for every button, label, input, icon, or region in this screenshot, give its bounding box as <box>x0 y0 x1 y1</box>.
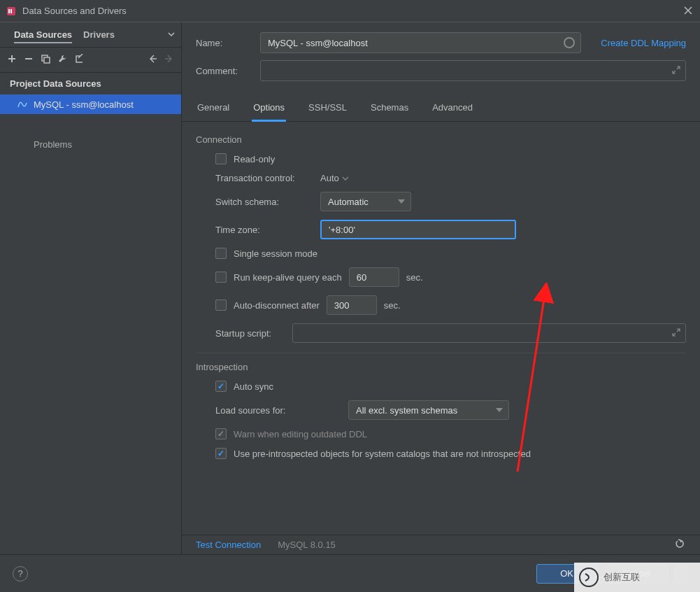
expand-icon[interactable] <box>671 327 681 340</box>
single-session-checkbox[interactable] <box>215 248 227 259</box>
warn-ddl-checkbox <box>215 428 227 439</box>
auto-sync-label: Auto sync <box>234 381 273 392</box>
tab-ssh-ssl[interactable]: SSH/SSL <box>307 98 348 121</box>
use-pre-checkbox[interactable] <box>215 448 227 459</box>
sidebar-item-label: MySQL - ssm@localhost <box>34 99 134 110</box>
main-panel: Name: MySQL - ssm@localhost Create DDL M… <box>182 22 700 554</box>
warn-ddl-label: Warn when editing outdated DDL <box>234 429 367 439</box>
transaction-control-dropdown[interactable]: Auto <box>320 173 349 183</box>
sec-label: sec. <box>406 272 423 283</box>
load-sources-dropdown[interactable]: All excl. system schemas <box>348 400 509 420</box>
time-zone-label: Time zone: <box>215 225 313 235</box>
section-connection: Connection <box>196 134 686 145</box>
test-connection-link[interactable]: Test Connection <box>196 540 261 550</box>
section-introspection: Introspection <box>196 362 686 372</box>
detail-tabs: General Options SSH/SSL Schemas Advanced <box>182 95 700 122</box>
svg-rect-1 <box>8 9 10 13</box>
tab-drivers[interactable]: Drivers <box>78 29 120 40</box>
section-project-sources: Project Data Sources <box>0 73 181 94</box>
sidebar: Data Sources Drivers Project Data Source… <box>0 22 182 554</box>
keep-alive-input[interactable]: 60 <box>349 267 399 287</box>
single-session-label: Single session mode <box>234 248 317 259</box>
mysql-icon <box>17 99 28 110</box>
create-ddl-link[interactable]: Create DDL Mapping <box>601 38 686 48</box>
back-icon[interactable] <box>148 54 157 66</box>
startup-script-input[interactable] <box>292 323 686 343</box>
app-icon <box>6 6 17 17</box>
chevron-down-icon <box>342 175 349 182</box>
tab-advanced[interactable]: Advanced <box>431 98 474 121</box>
keep-alive-checkbox[interactable] <box>215 272 227 283</box>
use-pre-label: Use pre-introspected objects for system … <box>234 449 531 459</box>
switch-schema-dropdown[interactable]: Automatic <box>320 192 411 211</box>
keep-alive-label: Run keep-alive query each <box>234 272 342 283</box>
export-icon[interactable] <box>74 54 84 66</box>
sidebar-item-problems[interactable]: Problems <box>0 114 181 154</box>
close-icon[interactable] <box>683 6 694 17</box>
name-label: Name: <box>196 38 252 48</box>
tab-schemas[interactable]: Schemas <box>369 98 410 121</box>
reset-icon[interactable] <box>675 538 686 552</box>
switch-schema-label: Switch schema: <box>215 197 313 207</box>
tab-data-sources[interactable]: Data Sources <box>8 29 78 40</box>
wrench-icon[interactable] <box>57 54 67 66</box>
read-only-label: Read-only <box>234 154 275 164</box>
auto-disconnect-checkbox[interactable] <box>215 299 227 311</box>
comment-label: Comment: <box>196 66 252 76</box>
sec-label: sec. <box>384 300 401 311</box>
transaction-control-label: Transaction control: <box>215 173 313 183</box>
svg-rect-2 <box>10 9 12 13</box>
read-only-checkbox[interactable] <box>215 153 227 164</box>
time-zone-input[interactable]: '+8:00' <box>320 220 516 239</box>
load-sources-label: Load sources for: <box>215 405 341 416</box>
svg-rect-9 <box>44 57 50 63</box>
add-icon[interactable] <box>7 54 17 66</box>
window-titlebar: Data Sources and Drivers <box>0 0 700 22</box>
chevron-down-icon[interactable] <box>167 29 176 41</box>
tab-options[interactable]: Options <box>252 98 286 122</box>
window-title: Data Sources and Drivers <box>22 6 683 16</box>
watermark-badge: 创新互联 <box>574 563 700 592</box>
auto-disconnect-input[interactable]: 300 <box>327 295 377 315</box>
name-input[interactable]: MySQL - ssm@localhost <box>260 32 581 53</box>
help-icon[interactable]: ? <box>13 566 28 582</box>
status-bar: Test Connection MySQL 8.0.15 <box>182 535 700 554</box>
sidebar-toolbar <box>0 48 181 73</box>
sidebar-tabs: Data Sources Drivers <box>0 22 181 48</box>
color-picker-icon[interactable] <box>564 37 575 48</box>
sidebar-item-mysql[interactable]: MySQL - ssm@localhost <box>0 94 181 114</box>
copy-icon[interactable] <box>41 54 50 66</box>
comment-input[interactable] <box>260 60 686 81</box>
tab-general[interactable]: General <box>196 98 231 121</box>
startup-script-label: Startup script: <box>215 328 285 339</box>
forward-icon <box>164 54 174 66</box>
expand-icon[interactable] <box>671 65 681 78</box>
remove-icon[interactable] <box>24 54 34 66</box>
divider <box>196 353 686 353</box>
auto-disconnect-label: Auto-disconnect after <box>234 300 320 311</box>
db-version: MySQL 8.0.15 <box>278 540 336 550</box>
auto-sync-checkbox[interactable] <box>215 381 227 392</box>
watermark-logo-icon <box>578 567 599 588</box>
